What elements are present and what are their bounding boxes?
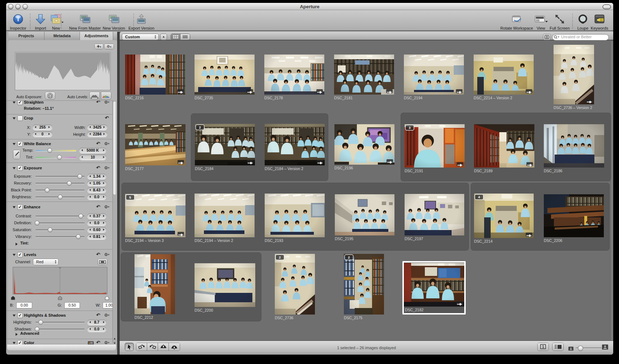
svg-text:1: 1: [542, 345, 544, 349]
svg-text:i: i: [17, 16, 19, 22]
